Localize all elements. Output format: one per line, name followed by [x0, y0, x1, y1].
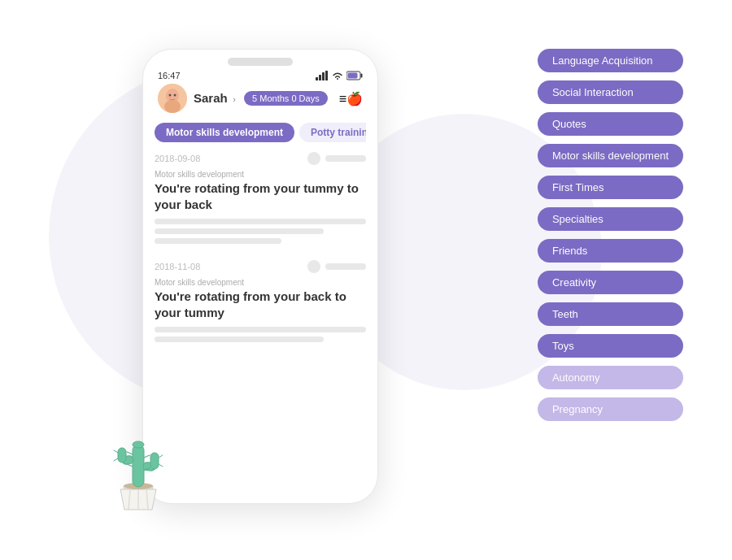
entry-line-2a: [155, 327, 366, 332]
date-line-1: [325, 155, 366, 162]
wifi-icon: [332, 72, 343, 80]
tag-toys[interactable]: Toys: [538, 334, 683, 358]
entry-title-1: You're rotating from your tummy to your …: [155, 180, 366, 212]
entry-line-1b: [155, 228, 324, 234]
svg-rect-5: [361, 74, 363, 78]
tag-social-interaction[interactable]: Social Interaction: [538, 80, 683, 104]
cactus-illustration: [106, 422, 171, 511]
phone-notch: [228, 58, 293, 66]
svg-rect-19: [118, 448, 126, 462]
svg-line-30: [159, 464, 163, 467]
svg-line-28: [114, 458, 118, 461]
profile-row: Sarah › 5 Months 0 Days ≡🍎: [155, 84, 366, 113]
svg-rect-21: [150, 453, 159, 469]
tag-autonomy[interactable]: Autonomy: [538, 366, 683, 389]
date-line-2: [325, 263, 366, 270]
tags-column: Language Acquisition Social Interaction …: [538, 49, 683, 421]
svg-point-10: [169, 94, 172, 97]
status-time: 16:47: [158, 71, 181, 80]
tag-pregnancy[interactable]: Pregnancy: [538, 397, 683, 421]
tab-motor-skills[interactable]: Motor skills development: [155, 123, 294, 142]
status-icons: [316, 71, 363, 80]
tag-friends[interactable]: Friends: [538, 239, 683, 263]
svg-rect-3: [325, 71, 328, 80]
timeline-date-1: 2018-09-08: [155, 152, 366, 165]
battery-icon: [346, 71, 363, 80]
name-dropdown-arrow: ›: [233, 94, 236, 104]
avatar: [158, 84, 187, 113]
svg-point-9: [164, 100, 181, 113]
age-badge: 5 Months 0 Days: [244, 91, 328, 106]
entry-line-1a: [155, 219, 366, 224]
phone-mockup: 16:47: [142, 49, 378, 504]
tab-potty-training[interactable]: Potty training: [299, 123, 366, 142]
timeline-entry-1: 2018-09-08 Motor skills development You'…: [155, 152, 366, 244]
svg-point-11: [174, 94, 176, 97]
entry-line-2b: [155, 336, 324, 342]
tag-specialties[interactable]: Specialties: [538, 207, 683, 231]
entry-category-2: Motor skills development: [155, 278, 366, 287]
status-bar: 16:47: [143, 66, 377, 84]
date-dot-2: [307, 260, 320, 273]
date-dot-1: [307, 152, 320, 165]
phone-main-content: Sarah › 5 Months 0 Days ≡🍎 Motor skills …: [143, 84, 377, 342]
svg-rect-0: [316, 77, 318, 80]
svg-line-22: [127, 452, 133, 454]
tag-creativity[interactable]: Creativity: [538, 271, 683, 294]
entry-line-1c: [155, 238, 281, 244]
entry-category-1: Motor skills development: [155, 170, 366, 179]
svg-line-23: [144, 455, 150, 458]
tag-quotes[interactable]: Quotes: [538, 112, 683, 136]
tag-motor-skills[interactable]: Motor skills development: [538, 144, 683, 167]
svg-rect-2: [322, 72, 325, 80]
tag-teeth[interactable]: Teeth: [538, 302, 683, 326]
svg-point-26: [133, 441, 144, 448]
timeline-date-2: 2018-11-08: [155, 260, 366, 273]
list-icon: ≡🍎: [339, 91, 363, 106]
profile-name: Sarah: [194, 91, 228, 105]
svg-rect-6: [348, 73, 358, 79]
svg-line-24: [127, 464, 133, 467]
timeline-entry-2: 2018-11-08 Motor skills development You'…: [155, 260, 366, 342]
tag-language-acquisition[interactable]: Language Acquisition: [538, 49, 683, 72]
tab-row: Motor skills development Potty training: [155, 123, 366, 142]
entry-title-2: You're rotating from your back to your t…: [155, 289, 366, 320]
tag-first-times[interactable]: First Times: [538, 176, 683, 199]
signal-icon: [316, 71, 329, 80]
svg-rect-1: [319, 75, 321, 80]
profile-name-container: Sarah ›: [194, 91, 236, 106]
svg-line-27: [114, 450, 118, 453]
svg-line-29: [159, 455, 163, 458]
svg-rect-17: [133, 445, 144, 487]
